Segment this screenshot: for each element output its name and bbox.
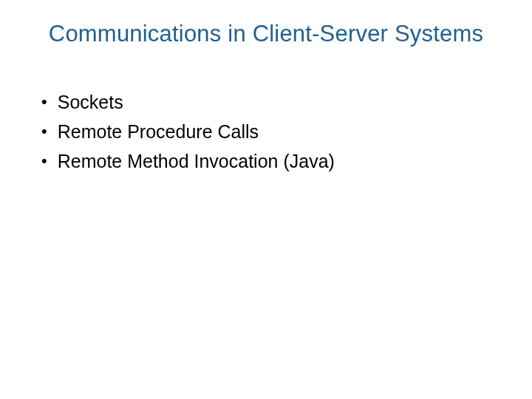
bullet-text: Remote Method Invocation (Java) (58, 149, 335, 173)
bullet-text: Sockets (58, 90, 123, 114)
slide-title: Communications in Client-Server Systems (37, 21, 495, 47)
bullet-icon: • (41, 120, 47, 143)
bullet-list: • Sockets • Remote Procedure Calls • Rem… (37, 90, 495, 173)
bullet-text: Remote Procedure Calls (58, 120, 259, 143)
slide-container: Communications in Client-Server Systems … (0, 0, 532, 399)
bullet-icon: • (41, 90, 47, 114)
list-item: • Sockets (41, 90, 495, 114)
bullet-icon: • (41, 149, 47, 173)
list-item: • Remote Procedure Calls (41, 120, 495, 143)
list-item: • Remote Method Invocation (Java) (41, 149, 495, 173)
